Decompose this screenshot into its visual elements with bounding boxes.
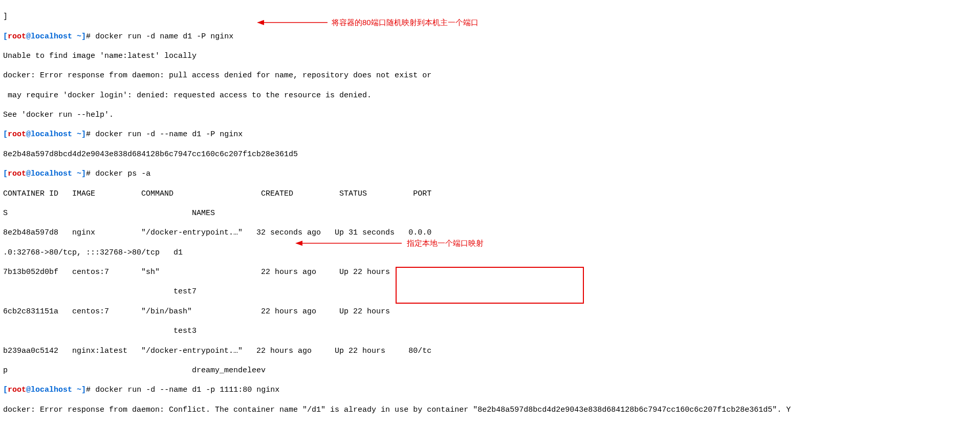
command-text: docker run -d --name d1 -p 1111:80 nginx [95, 386, 279, 394]
prompt-line: [root@localhost ~]# docker ps -a [3, 169, 977, 179]
prompt-line: [root@localhost ~]# docker run -d --name… [3, 130, 977, 139]
table-row: .0:32768->80/tcp, :::32768->80/tcp d1 [3, 248, 977, 258]
output-line: ] [3, 12, 977, 22]
prompt-line: [root@localhost ~]# docker run -d --name… [3, 385, 977, 395]
table-row: 7b13b052d0bf centos:7 "sh" 22 hours ago … [3, 267, 977, 277]
annotation-text-1: 将容器的80端口随机映射到本机主一个端口 [332, 17, 478, 27]
svg-marker-1 [257, 20, 264, 25]
output-line: See 'docker run --help'. [3, 110, 977, 120]
command-text: docker ps -a [95, 169, 150, 178]
table-header: S NAMES [3, 208, 977, 218]
table-row: p dreamy_mendeleev [3, 366, 977, 375]
table-row: 6cb2c831151a centos:7 "/bin/bash" 22 hou… [3, 307, 977, 316]
output-line: 8e2b48a597d8bcd4d2e9043e838d684128b6c794… [3, 150, 977, 159]
command-text: docker run -d --name d1 -P nginx [95, 130, 243, 139]
output-line: Unable to find image 'name:latest' local… [3, 51, 977, 61]
output-line: docker: Error response from daemon: pull… [3, 71, 977, 80]
output-line: may require 'docker login': denied: requ… [3, 91, 977, 100]
output-line: docker: Error response from daemon: Conf… [3, 405, 977, 415]
table-row: test3 [3, 326, 977, 336]
terminal-output[interactable]: ] [root@localhost ~]# docker run -d name… [0, 0, 980, 424]
table-row: 8e2b48a597d8 nginx "/docker-entrypoint.…… [3, 228, 977, 238]
annotation-arrow-2 [294, 238, 402, 248]
command-text: docker run -d name d1 -P nginx [95, 32, 233, 41]
table-row: b239aa0c5142 nginx:latest "/docker-entry… [3, 346, 977, 356]
table-row: test7 [3, 287, 977, 296]
svg-marker-3 [295, 241, 302, 246]
annotation-text-2: 指定本地一个端口映射 [407, 238, 484, 248]
table-header: CONTAINER ID IMAGE COMMAND CREATED STATU… [3, 189, 977, 199]
prompt-line: [root@localhost ~]# docker run -d name d… [3, 32, 977, 41]
annotation-arrow-1 [256, 17, 328, 28]
